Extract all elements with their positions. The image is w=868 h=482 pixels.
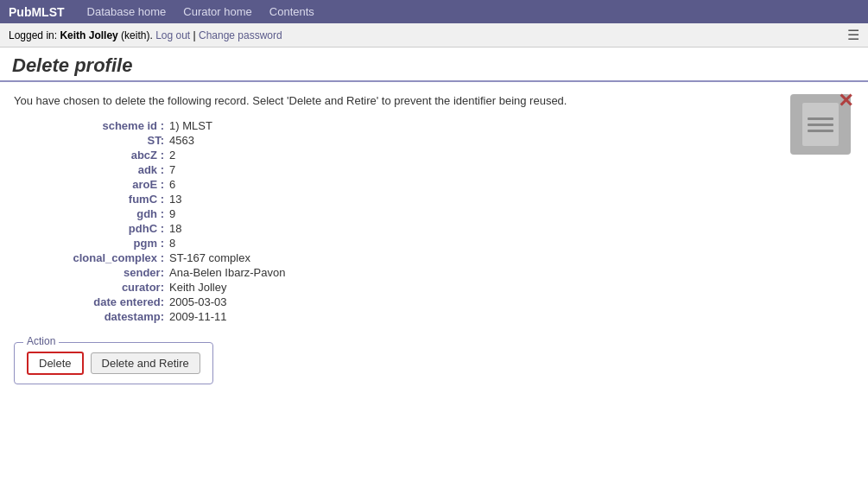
record-label: fumC : [31, 193, 169, 206]
nav-database-home[interactable]: Database home [79, 3, 175, 20]
record-label: scheme id : [31, 119, 169, 132]
record-row: curator:Keith Jolley [31, 281, 854, 294]
record-value: 7 [169, 163, 175, 176]
record-row: aroE :6 [31, 178, 854, 191]
record-value: 18 [169, 222, 181, 235]
main-content: ✕ You have chosen to delete the followin… [0, 82, 868, 396]
change-password-link[interactable]: Change password [199, 29, 282, 41]
record-row: pdhC :18 [31, 222, 854, 235]
record-label: pdhC : [31, 222, 169, 235]
record-row: ST:4563 [31, 134, 854, 147]
document-icon [802, 103, 839, 146]
doc-line-3 [808, 130, 833, 132]
record-value: 1) MLST [169, 119, 212, 132]
logout-link[interactable]: Log out [155, 29, 190, 41]
doc-line-2 [808, 124, 833, 126]
brand-logo: PubMLST [9, 5, 65, 19]
record-value: 2009-11-11 [169, 310, 227, 323]
record-value: Ana-Belen Ibarz-Pavon [169, 266, 285, 279]
record-row: date entered:2005-03-03 [31, 295, 854, 308]
record-label: date entered: [31, 295, 169, 308]
record-row: fumC :13 [31, 193, 854, 206]
record-value: 13 [169, 193, 181, 206]
record-label: sender: [31, 266, 169, 279]
top-nav: PubMLST Database home Curator home Conte… [0, 0, 868, 23]
record-value: 2005-03-03 [169, 295, 227, 308]
user-full-name: Keith Jolley [60, 29, 117, 41]
record-value: Keith Jolley [169, 281, 226, 294]
hamburger-icon[interactable]: ☰ [847, 27, 859, 43]
record-label: pgm : [31, 237, 169, 250]
record-label: clonal_complex : [31, 251, 169, 264]
login-bar: Logged in: Keith Jolley (keith). Log out… [0, 23, 868, 48]
record-label: datestamp: [31, 310, 169, 323]
delete-icon-inner: ✕ [795, 98, 846, 150]
record-label: curator: [31, 281, 169, 294]
record-value: 9 [169, 207, 175, 220]
record-value: 6 [169, 178, 175, 191]
nav-contents[interactable]: Contents [261, 3, 323, 20]
page-title-section: Delete profile [0, 48, 868, 82]
delete-icon-container: ✕ [790, 94, 851, 155]
doc-line-1 [808, 117, 833, 120]
record-value: 4563 [169, 134, 194, 147]
record-row: scheme id :1) MLST [31, 119, 854, 132]
record-label: gdh : [31, 207, 169, 220]
record-row: abcZ :2 [31, 149, 854, 162]
user-handle: (keith). [121, 29, 153, 41]
page-title: Delete profile [12, 54, 856, 77]
record-label: adk : [31, 163, 169, 176]
record-row: clonal_complex :ST-167 complex [31, 251, 854, 264]
record-label: ST: [31, 134, 169, 147]
nav-curator-home[interactable]: Curator home [174, 3, 260, 20]
record-value: ST-167 complex [169, 251, 250, 264]
record-row: sender:Ana-Belen Ibarz-Pavon [31, 266, 854, 279]
record-table: scheme id :1) MLSTST:4563abcZ :2adk :7ar… [31, 119, 854, 323]
delete-and-retire-button[interactable]: Delete and Retire [91, 352, 200, 374]
info-text: You have chosen to delete the following … [14, 94, 854, 107]
action-section: Action Delete Delete and Retire [14, 342, 213, 384]
action-buttons: Delete Delete and Retire [27, 352, 200, 375]
delete-button[interactable]: Delete [27, 352, 84, 375]
record-value: 8 [169, 237, 175, 250]
record-label: abcZ : [31, 149, 169, 162]
record-value: 2 [169, 149, 175, 162]
x-icon: ✕ [838, 92, 853, 111]
record-row: datestamp:2009-11-11 [31, 310, 854, 323]
logged-in-prefix: Logged in: [9, 29, 60, 41]
record-label: aroE : [31, 178, 169, 191]
record-row: gdh :9 [31, 207, 854, 220]
record-row: adk :7 [31, 163, 854, 176]
login-info: Logged in: Keith Jolley (keith). Log out… [9, 29, 282, 41]
record-row: pgm :8 [31, 237, 854, 250]
action-legend: Action [23, 335, 59, 347]
